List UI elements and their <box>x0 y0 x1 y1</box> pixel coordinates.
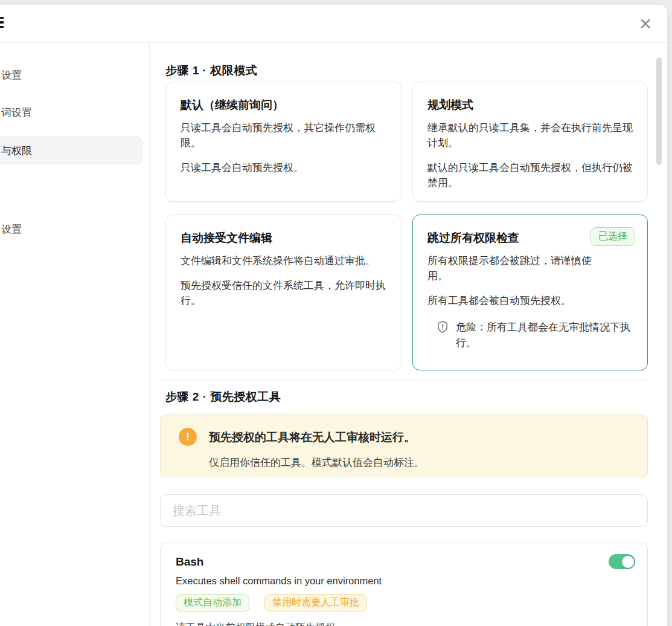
manual-approval-badge: 禁用时需要人工审批 <box>264 594 367 611</box>
warning-banner-title: 预先授权的工具将在无人工审核时运行。 <box>209 430 415 445</box>
bash-toggle[interactable] <box>609 554 635 569</box>
tool-card-bash: Bash Executes shell commands in your env… <box>160 543 648 626</box>
tool-name: Bash <box>176 555 632 569</box>
sidebar-item-settings-2[interactable]: 设置 <box>0 215 142 243</box>
danger-text: 危险：所有工具都会在无审批情况下执行。 <box>456 320 633 350</box>
sidebar: 设置 词设置 与权限 设置 <box>0 43 150 626</box>
mode-card-plan[interactable]: 规划模式 继承默认的只读工具集，并会在执行前先呈现计划。 默认的只读工具会自动预… <box>412 82 648 202</box>
mode-card-title: 规划模式 <box>427 97 633 113</box>
danger-note: 危险：所有工具都会在无审批情况下执行。 <box>427 320 633 350</box>
mode-card-desc: 继承默认的只读工具集，并会在执行前先呈现计划。 <box>427 120 633 150</box>
dialog-header <box>0 5 667 43</box>
mode-card-desc: 文件编辑和文件系统操作将自动通过审批。 <box>181 253 386 268</box>
search-tools-input[interactable] <box>160 494 648 527</box>
warning-banner: ! 预先授权的工具将在无人工审核时运行。 仅启用你信任的工具。模式默认值会自动标… <box>160 415 648 477</box>
step2-heading: 步骤 2 · 预先授权工具 <box>165 389 281 405</box>
mode-card-default[interactable]: 默认（继续前询问） 只读工具会自动预先授权，其它操作仍需权限。 只读工具会自动预… <box>165 82 402 202</box>
section-divider <box>160 379 648 379</box>
mode-auto-added-badge: 模式自动添加 <box>176 594 249 611</box>
shield-warning-icon <box>437 321 448 333</box>
toggle-knob <box>622 556 634 568</box>
mode-card-desc: 只读工具会自动预先授权，其它操作仍需权限。 <box>181 120 386 150</box>
mode-card-title: 默认（继续前询问） <box>181 97 386 113</box>
warning-icon: ! <box>179 428 197 446</box>
tool-description: Executes shell commands in your environm… <box>176 575 632 587</box>
sidebar-item-settings-1[interactable]: 设置 <box>0 61 142 89</box>
mode-card-title: 跳过所有权限检查 <box>427 230 578 246</box>
mode-card-accept-edits[interactable]: 自动接受文件编辑 文件编辑和文件系统操作将自动通过审批。 预先授权受信任的文件系… <box>165 215 402 370</box>
mode-card-title: 自动接受文件编辑 <box>181 230 386 246</box>
step1-heading: 步骤 1 · 权限模式 <box>165 63 257 79</box>
tool-note: 该工具由当前权限模式自动预先授权 <box>176 621 632 626</box>
clipped-title-fragment <box>0 17 4 28</box>
sidebar-item-prompt-settings[interactable]: 词设置 <box>0 98 142 126</box>
mode-card-desc: 所有权限提示都会被跳过，请谨慎使用。 <box>427 253 609 283</box>
scrollbar-thumb[interactable] <box>656 57 662 165</box>
selected-badge: 已选择 <box>590 227 635 246</box>
close-icon[interactable]: ✕ <box>635 13 656 35</box>
mode-card-desc: 只读工具会自动预先授权。 <box>181 160 386 175</box>
mode-card-bypass-permissions[interactable]: 跳过所有权限检查 已选择 所有权限提示都会被跳过，请谨慎使用。 所有工具都会被自… <box>412 215 648 370</box>
warning-banner-subtitle: 仅启用你信任的工具。模式默认值会自动标注。 <box>209 456 424 470</box>
mode-card-desc: 所有工具都会被自动预先授权。 <box>427 293 633 308</box>
settings-dialog: ✕ 设置 词设置 与权限 设置 步骤 1 · 权限模式 默认（继续前询问） 只读… <box>0 5 667 626</box>
mode-card-desc: 预先授权受信任的文件系统工具，允许即时执行。 <box>181 278 386 308</box>
sidebar-item-tools-permissions[interactable]: 与权限 <box>0 137 142 164</box>
mode-card-desc: 默认的只读工具会自动预先授权，但执行仍被禁用。 <box>427 160 633 190</box>
main-content: 步骤 1 · 权限模式 默认（继续前询问） 只读工具会自动预先授权，其它操作仍需… <box>150 43 667 626</box>
